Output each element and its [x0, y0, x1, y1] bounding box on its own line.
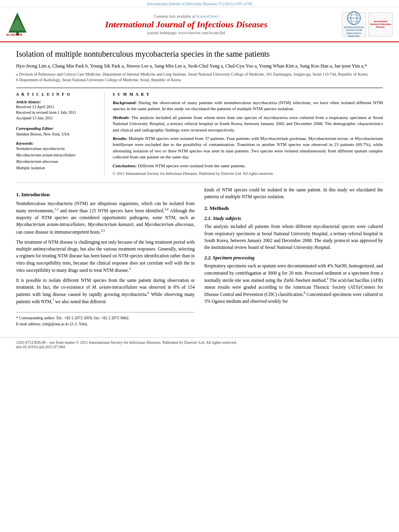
results-label: Results: — [113, 136, 128, 141]
background-text: During the observation of many patients … — [113, 100, 383, 111]
subsection2-number: 2.2. — [204, 255, 212, 261]
keyword-2: Mycobacterium avium-intracellulare — [16, 152, 98, 158]
conclusions-label: Conclusions: — [113, 163, 137, 168]
background-para: Background: During the observation of ma… — [113, 100, 383, 112]
logo2-text: International Journal of Infectious Dise… — [370, 20, 391, 29]
accepted-text: Accepted 13 July 2011 — [16, 115, 98, 121]
history-label: Article history: — [16, 100, 98, 104]
journal-logo: International Journal of Infectious Dise… — [368, 12, 393, 37]
methods-heading: 2. Methods — [204, 205, 383, 212]
body-divider — [16, 182, 383, 183]
study-subjects-heading: 2.1. Study subjects — [204, 216, 383, 222]
bottom-footer: 1201-9712/$36.00 – see front matter © 20… — [0, 337, 399, 351]
sciencedirect-link[interactable]: ScienceDirect — [196, 14, 218, 18]
contents-label: Contents lists available at — [154, 14, 195, 18]
svg-text:ELSEVIER: ELSEVIER — [6, 33, 23, 37]
methods-para1: The analysis included all patients from … — [204, 223, 383, 251]
footnote-section: * Corresponding author. Tel.: +82 2 2072… — [16, 312, 195, 327]
citation-bar: International Journal of Infectious Dise… — [0, 0, 399, 7]
article-info-col: A R T I C L E I N F O Article history: R… — [16, 92, 105, 176]
methods-title: Methods — [210, 205, 229, 211]
keywords-label: Keywords: — [16, 141, 98, 146]
affiliation-a: a Division of Pulmonary and Critical Car… — [16, 72, 383, 77]
intro-heading: 1. Introduction — [16, 191, 195, 198]
copyright-line: © 2011 International Society for Infecti… — [113, 171, 383, 176]
keyword-1: Nontuberculous mycobacteria — [16, 146, 98, 152]
editor-text: Sheldon Brown, New York, USA — [16, 131, 98, 137]
intro-title: Introduction — [21, 191, 50, 197]
right-intro-continuation: kinds of NTM species could be isolated i… — [204, 187, 383, 201]
footnote-corresponding: * Corresponding author. Tel.: +82 2 2072… — [16, 315, 195, 321]
editor-label: Corresponding Editor: — [16, 126, 54, 131]
specimen-processing-heading: 2.2. Specimen processing — [204, 255, 383, 261]
keyword-4: Multiple isolation — [16, 165, 98, 171]
keyword-3: Mycobacterium abscessus — [16, 158, 98, 165]
subsection-number: 2.1. — [204, 216, 212, 221]
methods-label: Methods: — [113, 115, 130, 120]
body-section: 1. Introduction Nontuberculous mycobacte… — [16, 187, 383, 327]
header-logos: INTERNATIONAL SOCIETY FOR INFECTIOUS DIS… — [342, 12, 393, 37]
elsevier-logo: ELSEVIER — [6, 10, 31, 38]
methods-number: 2. — [204, 205, 208, 211]
summary-label-heading: S U M M A R Y — [113, 92, 383, 97]
header-center: Contents lists available at ScienceDirec… — [35, 14, 338, 35]
methods-para2: Respiratory specimens such as sputum wer… — [204, 263, 383, 305]
body-right-col: kinds of NTM species could be isolated i… — [204, 187, 383, 327]
journal-homepage: journal homepage: www.elsevier.com/locat… — [35, 31, 338, 35]
summary-col: S U M M A R Y Background: During the obs… — [113, 92, 383, 176]
received-text: Received 13 April 2011 — [16, 104, 98, 110]
affiliation-b: b Department of Radiology, Seoul Nationa… — [16, 77, 383, 83]
editor-section: Corresponding Editor: Sheldon Brown, New… — [16, 125, 98, 137]
subsection-title: Study subjects — [213, 216, 241, 221]
keywords-list: Nontuberculous mycobacteria Mycobacteriu… — [16, 146, 98, 171]
body-left-col: 1. Introduction Nontuberculous mycobacte… — [16, 187, 195, 327]
intro-para2: The treatment of NTM disease is challeng… — [16, 239, 195, 274]
isid-logo: INTERNATIONAL SOCIETY FOR INFECTIOUS DIS… — [342, 12, 366, 37]
methods-para: Methods: The analysis included all patie… — [113, 115, 383, 133]
revised-text: Received in revised form 1 July 2011 — [16, 110, 98, 115]
footnote-email: E-mail address: yimjj@snu.ac.kr (J.-J. Y… — [16, 321, 195, 327]
background-label: Background: — [113, 100, 137, 105]
paper-content: Isolation of multiple nontuberculous myc… — [0, 42, 399, 333]
intro-para3: It is possible to isolate different NTM … — [16, 277, 195, 306]
article-title: Isolation of multiple nontuberculous myc… — [16, 49, 383, 59]
journal-header: ELSEVIER Contents lists available at Sci… — [0, 7, 399, 42]
results-text: Multiple NTM species were isolated from … — [113, 136, 383, 159]
logo1-text: INTERNATIONAL SOCIETY FOR INFECTIOUS DIS… — [343, 26, 365, 38]
contents-line: Contents lists available at ScienceDirec… — [35, 14, 338, 18]
info-summary-section: A R T I C L E I N F O Article history: R… — [16, 88, 383, 176]
intro-para1: Nontuberculous mycobacteria (NTM) are ub… — [16, 200, 195, 236]
intro-number: 1. — [16, 191, 20, 197]
methods-text: The analysis included all patients from … — [113, 115, 383, 132]
authors-line: Hyo-Jeong Lim a, Chang Min Park b, Young… — [16, 63, 383, 69]
results-para: Results: Multiple NTM species were isola… — [113, 136, 383, 160]
issn-line: 1201-9712/$36.00 – see front matter © 20… — [16, 340, 383, 345]
authors-text: Hyo-Jeong Lim a, Chang Min Park b, Young… — [16, 63, 367, 69]
article-info-label: A R T I C L E I N F O — [16, 92, 98, 97]
conclusions-text: Different NTM species were isolated from… — [138, 163, 246, 168]
subsection2-title: Specimen processing — [213, 255, 255, 261]
citation-text: International Journal of Infectious Dise… — [147, 2, 252, 6]
affiliations: a Division of Pulmonary and Critical Car… — [16, 72, 383, 83]
journal-title: International Journal of Infectious Dise… — [35, 19, 338, 30]
conclusions-para: Conclusions: Different NTM species were … — [113, 163, 383, 169]
keywords-section: Keywords: Nontuberculous mycobacteria My… — [16, 141, 98, 171]
doi-line: doi:10.1016/j.ijid.2011.07.004 — [16, 345, 383, 349]
